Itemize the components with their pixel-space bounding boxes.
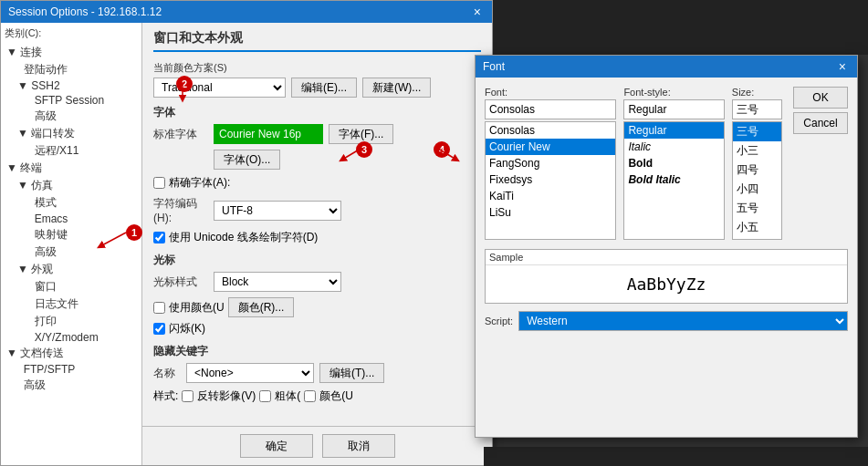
hotkey-name-label: 名称 <box>153 366 181 381</box>
font-ok-button[interactable]: OK <box>793 87 848 109</box>
font-item-lisu[interactable]: LiSu <box>486 204 615 221</box>
cursor-style-label: 光标样式 <box>153 274 208 290</box>
dark-bg-top <box>493 0 868 55</box>
cursor-color-checkbox[interactable] <box>153 302 165 314</box>
hotkey-reverse-label: 反转影像(V) <box>197 388 256 404</box>
hotkey-reverse-checkbox[interactable] <box>182 390 193 402</box>
charset-row: 字符编码(H): UTF-8 <box>153 196 481 224</box>
sidebar-item-terminal[interactable]: ▼ 终端 <box>5 160 138 177</box>
cursor-blink-checkbox[interactable] <box>153 323 165 335</box>
sidebar-item-adv3[interactable]: 高级 <box>16 377 138 394</box>
font-sample-text: AaBbYyZz <box>486 265 847 303</box>
hotkey-color-label: 颜色(U <box>319 388 353 404</box>
new-scheme-button[interactable]: 新建(W)... <box>362 78 431 98</box>
font-section-header: 字体 <box>153 105 481 120</box>
unicode-checkbox[interactable] <box>153 232 165 243</box>
hotkey-color-checkbox[interactable] <box>304 390 316 402</box>
size-item-4[interactable]: 四号 <box>733 161 781 180</box>
session-dialog: Session Options - 192.168.1.12 × 类别(C): … <box>0 0 493 466</box>
cursor-color-row: 使用颜色(U 颜色(R)... <box>153 297 481 317</box>
ok-button[interactable]: 确定 <box>240 434 313 458</box>
sidebar-item-emacs[interactable]: Emacs <box>26 212 138 226</box>
sidebar-item-mode[interactable]: 模式 <box>26 194 138 212</box>
cursor-style-dropdown[interactable]: Block <box>214 272 341 292</box>
dark-bg-bottom <box>484 447 868 466</box>
size-item-6[interactable]: 六号 <box>733 237 781 240</box>
font-item-fangsong[interactable]: FangSong <box>486 155 615 171</box>
filetransfer-group: FTP/SFTP 高级 <box>5 362 138 394</box>
font2-row: 字体(O)... <box>153 150 481 170</box>
hotkey-bold-checkbox[interactable] <box>259 390 271 402</box>
font-ok-cancel: OK Cancel <box>793 87 848 240</box>
sidebar-item-emulation[interactable]: ▼ 仿真 <box>16 177 138 194</box>
color-scheme-label: 当前颜色方案(S) <box>153 61 481 75</box>
size-item-5[interactable]: 五号 <box>733 199 781 218</box>
edit-scheme-button[interactable]: 编辑(E)... <box>291 78 357 98</box>
style-item-bold-italic[interactable]: Bold Italic <box>624 171 723 188</box>
font-item-consolas[interactable]: Consolas <box>486 122 615 139</box>
charset-dropdown[interactable]: UTF-8 <box>214 201 341 221</box>
precise-font-checkbox[interactable] <box>153 177 165 189</box>
sidebar-item-sftp[interactable]: SFTP Session <box>26 93 138 108</box>
sidebar-item-appearance[interactable]: ▼ 外观 <box>16 261 138 278</box>
sidebar-item-advanced[interactable]: 高级 <box>26 108 138 125</box>
hotkey-style-row: 样式: 反转影像(V) 粗体( 颜色(U <box>153 388 481 404</box>
font-name-input[interactable] <box>485 99 616 119</box>
style-item-bold[interactable]: Bold <box>624 155 723 171</box>
sidebar-item-log[interactable]: 日志文件 <box>26 295 138 313</box>
size-item-3[interactable]: 三号 <box>733 122 781 141</box>
dialog-close-button[interactable]: × <box>470 5 485 19</box>
appearance-group: 窗口 日志文件 打印 X/Y/Zmodem <box>16 278 138 345</box>
sidebar-item-ftp[interactable]: FTP/SFTP <box>16 362 138 377</box>
cursor-section-header: 光标 <box>153 253 481 268</box>
cursor-color-button[interactable]: 颜色(R)... <box>228 297 295 317</box>
font-cancel-button[interactable]: Cancel <box>793 112 848 134</box>
font-row: 标准字体 Courier New 16p 字体(F)... <box>153 124 481 144</box>
font-size-label: Size: <box>732 87 782 98</box>
font-size-input[interactable] <box>732 99 782 119</box>
sidebar-item-print[interactable]: 打印 <box>26 313 138 330</box>
style-item-italic[interactable]: Italic <box>624 139 723 155</box>
sidebar-item-remote[interactable]: 远程/X11 <box>26 142 138 160</box>
settings-panel: 窗口和文本外观 当前颜色方案(S) Traditional 编辑(E)... 新… <box>142 23 492 465</box>
font-item-courier[interactable]: Courier New <box>486 139 615 155</box>
unicode-row: 使用 Unicode 线条绘制字符(D) <box>153 230 481 245</box>
size-item-small3[interactable]: 小三 <box>733 141 781 161</box>
font-style-label: Font-style: <box>623 87 724 98</box>
font-style-list: Regular Italic Bold Bold Italic <box>623 121 724 240</box>
hotkey-bold-label: 粗体( <box>275 388 300 404</box>
hotkey-name-dropdown[interactable]: <None> <box>186 363 314 383</box>
cancel-button[interactable]: 取消 <box>322 434 395 458</box>
sidebar-item-adv2[interactable]: 高级 <box>26 243 138 261</box>
font-style-input[interactable] <box>623 99 724 119</box>
sidebar-item-login[interactable]: 登陆动作 <box>16 61 138 78</box>
font-button[interactable]: 字体(F)... <box>329 124 393 144</box>
sidebar-item-ssh2[interactable]: ▼ SSH2 <box>16 78 138 93</box>
sidebar-item-xyz[interactable]: X/Y/Zmodem <box>26 330 138 345</box>
font-dialog-close-button[interactable]: × <box>835 59 850 74</box>
portfwd-group: 远程/X11 <box>16 142 138 160</box>
font-sample-label: Sample <box>486 250 847 265</box>
std-font-label: 标准字体 <box>153 127 208 142</box>
settings-content: 窗口和文本外观 当前颜色方案(S) Traditional 编辑(E)... 新… <box>153 30 481 450</box>
font-sample-area: Sample AaBbYyZz <box>485 249 848 304</box>
sidebar-item-filetransfer[interactable]: ▼ 文档传送 <box>5 345 138 362</box>
style-item-regular[interactable]: Regular <box>624 122 723 139</box>
sidebar-item-window[interactable]: 窗口 <box>26 278 138 295</box>
font-item-fixedsys[interactable]: Fixedsys <box>486 171 615 188</box>
size-item-small5[interactable]: 小五 <box>733 218 781 237</box>
sidebar-item-connect[interactable]: ▼ 连接 <box>5 44 138 61</box>
dialog-title: Session Options - 192.168.1.12 <box>8 5 162 18</box>
sidebar-item-portfwd[interactable]: ▼ 端口转发 <box>16 125 138 142</box>
size-item-small4[interactable]: 小四 <box>733 180 781 199</box>
hotkey-edit-button[interactable]: 编辑(T)... <box>319 363 384 383</box>
cursor-style-row: 光标样式 Block <box>153 272 481 292</box>
font-item-kaiti[interactable]: KaiTi <box>486 188 615 204</box>
sidebar-item-keymapping[interactable]: 映射键 <box>26 226 138 243</box>
font2-button[interactable]: 字体(O)... <box>214 150 280 170</box>
font-style-col: Font-style: Regular Italic Bold Bold Ita… <box>623 87 724 240</box>
color-scheme-dropdown[interactable]: Traditional <box>153 78 286 98</box>
font-script-dropdown[interactable]: Western <box>518 311 848 331</box>
font-size-list: 三号 小三 四号 小四 五号 小五 六号 <box>732 121 782 240</box>
font-name-label: Font: <box>485 87 616 98</box>
